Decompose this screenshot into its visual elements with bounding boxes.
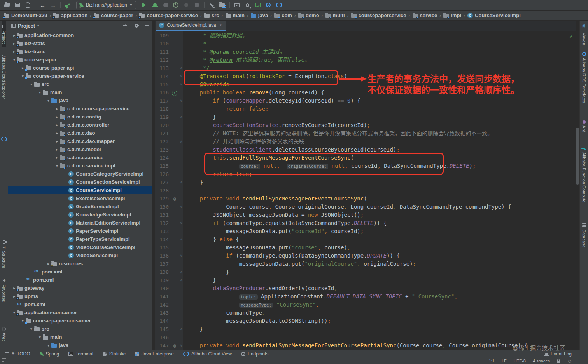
fold-marker-icon[interactable]: ∧ xyxy=(178,64,184,72)
line-ending[interactable]: LF xyxy=(502,359,507,363)
tree-toggle-icon[interactable]: ▾ xyxy=(54,164,60,168)
cloud-monitor-button[interactable] xyxy=(253,0,263,10)
line-number[interactable]: 144 xyxy=(155,317,171,325)
close-icon[interactable]: × xyxy=(219,23,222,28)
tree-item-java[interactable]: ▾java xyxy=(8,96,152,104)
breadcrumb-item-demo[interactable]: demo xyxy=(298,12,320,18)
inspections-level-icon[interactable] xyxy=(567,358,572,364)
toolwindow-button-6-todo[interactable]: 6: TODO xyxy=(5,351,30,357)
line-number[interactable]: 121 xyxy=(155,129,171,138)
line-number[interactable]: 147 xyxy=(155,341,171,350)
line-number[interactable]: 134 xyxy=(155,235,171,244)
tree-item-biz-stats[interactable]: ▸biz-stats xyxy=(8,39,152,47)
profiler-button[interactable] xyxy=(171,0,181,10)
tree-item-gateway[interactable]: ▸gateway xyxy=(8,284,152,292)
tree-item-coursecategoryserviceimpl[interactable]: CourseCategoryServiceImpl xyxy=(8,170,152,178)
tree-item-pom-xml[interactable]: pom.xml xyxy=(8,300,152,308)
line-number[interactable]: 129 xyxy=(155,195,171,203)
tree-item-c-d-m-c-config[interactable]: ▸c.d.m.c.config xyxy=(8,113,152,121)
line-number[interactable]: 127 xyxy=(155,178,171,186)
search-button[interactable] xyxy=(242,0,253,10)
line-number[interactable]: 146 xyxy=(155,333,171,341)
annotation-marker-icon[interactable]: @ xyxy=(171,195,178,203)
breadcrumb-item-demomulti-329[interactable]: DemoMulti-329 xyxy=(3,12,48,18)
code-editor[interactable]: 109 * 删除指定数据。110 *111 * @param courseId … xyxy=(155,31,576,350)
run-configuration-select[interactable]: BizTransApplication▼ xyxy=(76,1,136,9)
open-project-button[interactable] xyxy=(2,0,12,10)
tree-item-course-paper-api[interactable]: ▸course-paper-api xyxy=(8,64,152,72)
tree-toggle-icon[interactable]: ▸ xyxy=(54,156,60,160)
fold-marker-icon[interactable]: ∧ xyxy=(178,178,184,186)
breadcrumb-item-main[interactable]: main xyxy=(225,12,245,18)
stop-button[interactable] xyxy=(192,0,202,10)
fold-marker-icon[interactable]: ∨ xyxy=(178,97,184,105)
breadcrumb-item-courseserviceimpl[interactable]: CourseServiceImpl xyxy=(467,12,522,18)
tree-item-upms[interactable]: ▸upms xyxy=(8,292,152,300)
inspection-ok-icon[interactable]: ✔ xyxy=(569,32,572,40)
stripe-item-ant[interactable]: Ant xyxy=(582,117,586,136)
fold-marker-icon[interactable]: ∧ xyxy=(178,268,184,276)
line-number[interactable]: 132 xyxy=(155,219,171,227)
stripe-item-project[interactable]: Project xyxy=(2,21,6,47)
chevron-down-icon[interactable]: ▾ xyxy=(37,24,39,28)
hide-panel-icon[interactable] xyxy=(145,25,149,26)
line-number[interactable]: 143 xyxy=(155,309,171,317)
breadcrumb-item-java[interactable]: java xyxy=(250,12,269,18)
breadcrumb-item-src[interactable]: src xyxy=(203,12,220,18)
tree-item-courseserviceimpl[interactable]: CourseServiceImpl xyxy=(8,186,152,194)
override-marker-icon[interactable]: ↑ xyxy=(171,89,178,97)
breadcrumb-item-coursepaperservice[interactable]: coursepaperservice xyxy=(350,12,407,18)
tree-toggle-icon[interactable]: ▾ xyxy=(46,99,51,103)
line-number[interactable]: 113 xyxy=(155,64,171,72)
build-hammer-button[interactable] xyxy=(63,0,73,10)
line-number[interactable]: 130 xyxy=(155,203,171,211)
tree-item-c-d-m-c-model[interactable]: ▸c.d.m.c.model xyxy=(8,145,152,153)
tree-item-papertypeserviceimpl[interactable]: PaperTypeServiceImpl xyxy=(8,235,152,243)
tree-item-gradeserviceimpl[interactable]: GradeServiceImpl xyxy=(8,202,152,211)
fold-marker-icon[interactable]: ∨ xyxy=(178,252,184,260)
fold-marker-icon[interactable]: ∧ xyxy=(178,325,184,333)
file-encoding[interactable]: UTF-8 xyxy=(514,359,526,363)
breadcrumb-item-impl[interactable]: impl xyxy=(443,12,462,18)
tree-item-main[interactable]: ▾main xyxy=(8,88,152,96)
fold-marker-icon[interactable]: ∧ xyxy=(178,113,184,121)
tree-toggle-icon[interactable]: ▸ xyxy=(54,131,60,135)
line-number[interactable]: 118 xyxy=(155,105,171,113)
line-number[interactable]: 110 xyxy=(155,40,171,48)
tree-item-src[interactable]: ▾src xyxy=(8,80,152,88)
blocked-button[interactable] xyxy=(263,0,274,10)
tree-toggle-icon[interactable]: ▸ xyxy=(54,148,60,152)
tree-toggle-icon[interactable]: ▸ xyxy=(54,139,60,143)
tree-toggle-icon[interactable]: ▾ xyxy=(46,343,51,347)
stripe-item-favorites[interactable]: Favorites xyxy=(2,275,7,305)
tree-item-course-paper[interactable]: ▾course-paper xyxy=(8,56,152,64)
line-number[interactable]: 120 xyxy=(155,121,171,129)
line-number[interactable]: 133 xyxy=(155,227,171,235)
indent-setting[interactable]: 4 spaces xyxy=(533,359,550,363)
line-number[interactable]: 128 xyxy=(155,186,171,195)
line-number[interactable]: 137 xyxy=(155,260,171,268)
stripe-item-alibaba-cloud-explorer[interactable]: Alibaba Cloud Explorer xyxy=(2,52,6,103)
toolwindow-button-alibaba-cloud-view[interactable]: Alibaba Cloud View xyxy=(183,351,232,357)
fold-marker-icon[interactable]: ∧ xyxy=(178,276,184,284)
attach-debugger-button[interactable] xyxy=(181,0,192,10)
toolwindow-button-spring[interactable]: Spring xyxy=(40,351,60,357)
line-number[interactable]: 131 xyxy=(155,211,171,219)
settings-icon[interactable] xyxy=(135,24,138,28)
line-number[interactable]: 141 xyxy=(155,293,171,301)
tree-item-exerciseserviceimpl[interactable]: ExerciseServiceImpl xyxy=(8,194,152,202)
run-with-coverage-button[interactable] xyxy=(160,0,171,10)
fold-marker-icon[interactable]: ∨ xyxy=(178,72,184,80)
tree-item-application-consumer[interactable]: ▾application-consumer xyxy=(8,308,152,317)
breadcrumb-item-application[interactable]: application xyxy=(52,12,88,18)
expand-collapse-icon[interactable] xyxy=(123,23,128,28)
tree-item-materialeditionserviceimpl[interactable]: MaterialEditionServiceImpl xyxy=(8,219,152,227)
tree-item-paperserviceimpl[interactable]: PaperServiceImpl xyxy=(8,227,152,235)
run-button[interactable] xyxy=(139,0,150,10)
toolwindow-button-endpoints[interactable]: Endpoints xyxy=(241,351,268,357)
tab-courseserviceimpl[interactable]: CourseServiceImpl.java × xyxy=(156,21,226,31)
breadcrumb-item-course-paper[interactable]: course-paper xyxy=(93,12,134,18)
tree-toggle-icon[interactable]: ▸ xyxy=(54,123,60,127)
tree-item-c-d-m-c-service-impl[interactable]: ▾c.d.m.c.service.impl xyxy=(8,162,152,170)
line-number[interactable]: 140 xyxy=(155,284,171,293)
